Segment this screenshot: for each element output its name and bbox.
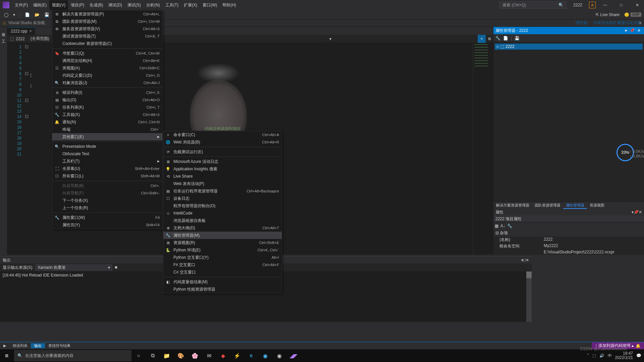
- nav-type[interactable]: ▾: [327, 36, 478, 42]
- menu-item[interactable]: ☷类视图(A)Ctrl+Shift+C: [52, 64, 162, 72]
- panel-dropdown-icon[interactable]: ▾: [624, 28, 628, 33]
- app-icon[interactable]: ⚡: [230, 349, 244, 362]
- property-category[interactable]: ⊟ 杂项: [493, 230, 644, 237]
- menu-item[interactable]: Cookiecutter 资源管理器(C): [52, 40, 162, 47]
- menu-window[interactable]: 窗口(W): [200, 0, 220, 10]
- status-tab-find[interactable]: 查找符号结果: [45, 343, 74, 348]
- chrome-icon[interactable]: ◉: [272, 349, 286, 362]
- menu-item[interactable]: ⊕文档大纲(D)Ctrl+Alt+T: [163, 224, 282, 232]
- close-button[interactable]: ✕: [631, 0, 644, 10]
- panel-pin-icon[interactable]: 📌: [628, 28, 636, 33]
- menu-item[interactable]: 调用层次结构(H)Ctrl+Alt+K: [52, 57, 162, 64]
- visual-studio-icon[interactable]: ◢◤: [286, 349, 301, 362]
- save-icon[interactable]: 💾: [515, 36, 520, 41]
- maximize-button[interactable]: □: [614, 0, 628, 10]
- menu-item[interactable]: C# 交互窗口: [163, 268, 282, 276]
- menu-item[interactable]: ⊘错误列表(I)Ctrl+\, E: [52, 89, 162, 96]
- search-box[interactable]: 搜索 (Ctrl+Q) 🔍: [499, 1, 567, 9]
- menu-item[interactable]: 测试资源管理器(T)Ctrl+E, T: [52, 33, 162, 40]
- panel-close-icon[interactable]: ✕: [639, 210, 642, 215]
- photos-icon[interactable]: 🌸: [188, 349, 202, 362]
- menu-item[interactable]: 程序包管理器控制台(O): [163, 202, 282, 209]
- menu-item[interactable]: ▤任务运行程序资源管理器Ctrl+Alt+Backsapce: [163, 187, 282, 195]
- menu-edit[interactable]: 编辑(E): [31, 0, 49, 10]
- menu-item[interactable]: 🐍Python 环境(E)Ctrl+K, Ctrl+`: [163, 246, 282, 254]
- menu-item[interactable]: Python 交互窗口(Y)Alt+I: [163, 254, 282, 261]
- menu-item[interactable]: 🔧属性管理器(M): [163, 232, 282, 239]
- menu-item[interactable]: ⊞Microsoft Azure 活动日志: [163, 158, 282, 165]
- menu-debug[interactable]: 调试(D): [106, 0, 125, 10]
- menu-file[interactable]: 文件(F): [12, 0, 31, 10]
- edge-icon[interactable]: ◉: [258, 349, 272, 362]
- tab-property-manager[interactable]: 属性管理器: [563, 202, 587, 209]
- minimap[interactable]: [473, 43, 493, 255]
- tab-team-explorer[interactable]: 团队资源管理器: [532, 202, 563, 209]
- wrench-icon[interactable]: 🔧: [495, 36, 500, 41]
- fold-icon[interactable]: −: [25, 45, 28, 48]
- menu-item[interactable]: Web 发布活动(P): [163, 180, 282, 187]
- menu-item[interactable]: ☑任务列表(K)Ctrl+\, T: [52, 104, 162, 111]
- menu-item[interactable]: 终端Ctrl+`: [52, 126, 162, 133]
- properties-selector[interactable]: 2222 项目属性: [493, 216, 644, 222]
- menu-item[interactable]: ⧉团队资源管理器(M)Ctrl+\, Ctrl+M: [52, 18, 162, 25]
- panel-maximize-icon[interactable]: □: [523, 258, 526, 262]
- panel-close-icon[interactable]: ✕: [526, 258, 529, 262]
- todo-icon[interactable]: ◆: [216, 349, 230, 362]
- menu-item[interactable]: ☐设备日志: [163, 195, 282, 202]
- menu-item[interactable]: ◧代码度量值结果(M): [163, 278, 282, 286]
- notification-link-2[interactable]: 不再为当前扩展显示此消息: [593, 20, 641, 26]
- tray-app-icon[interactable]: ⬚: [592, 353, 596, 358]
- property-row[interactable]: E:\VisualStudioProject\2222\2222.vcxpr: [493, 249, 644, 255]
- fold-icon[interactable]: −: [25, 99, 28, 102]
- tree-item[interactable]: ▷ ⬚ 2222: [495, 44, 643, 50]
- mail-icon[interactable]: ✉: [202, 349, 216, 362]
- menu-project[interactable]: 项目(P): [68, 0, 87, 10]
- panel-pin-icon[interactable]: 📌: [634, 210, 639, 215]
- menu-item[interactable]: 属性页(Y)Shift+F4: [52, 221, 162, 229]
- menu-item[interactable]: 其他窗口(E)▶: [52, 133, 162, 140]
- menu-item[interactable]: 💡Application Insights 搜索: [163, 165, 282, 173]
- menu-item[interactable]: 上一个任务(R): [52, 204, 162, 212]
- menu-item[interactable]: ⟲Live Share: [163, 173, 282, 180]
- menu-item[interactable]: Python 性能资源管理器: [163, 286, 282, 293]
- tray-up-icon[interactable]: ˄: [587, 353, 589, 358]
- document-tab[interactable]: 2222.cpp ✕: [7, 27, 35, 35]
- bell-icon[interactable]: 🔔: [636, 344, 641, 348]
- menu-item[interactable]: 代码定义窗口(D)Ctrl+\, D: [52, 72, 162, 79]
- fold-icon[interactable]: −: [25, 115, 28, 118]
- menu-analyze[interactable]: 分析(N): [144, 0, 163, 10]
- menu-item[interactable]: ☐所有窗口(L)Shift+Alt+M: [52, 172, 162, 180]
- menu-item[interactable]: 下一个任务(X): [52, 197, 162, 204]
- property-row[interactable]: 根命名空间My2222: [493, 243, 644, 249]
- nav-scope[interactable]: ⬚ 2222: [7, 36, 28, 42]
- menu-item[interactable]: ▤输出(O)Ctrl+Alt+O: [52, 96, 162, 104]
- menu-test[interactable]: 测试(S): [125, 0, 144, 10]
- add-button[interactable]: ＋: [478, 35, 486, 43]
- notifications-icon[interactable]: 💬: [636, 353, 641, 358]
- menu-help[interactable]: 帮助(H): [220, 0, 239, 10]
- start-button[interactable]: ⊞: [0, 349, 13, 362]
- menu-item[interactable]: 🌐Web 浏览器(B)Ctrl+Alt+R: [163, 138, 282, 146]
- liveshare-icon[interactable]: ⇱: [596, 12, 599, 17]
- menu-item[interactable]: 🔧属性窗口(W)F4: [52, 214, 162, 221]
- menu-item[interactable]: ⛶全屏幕(U)Shift+Alt+Enter: [52, 165, 162, 172]
- notification-close-icon[interactable]: ✕: [639, 21, 642, 25]
- alpha-sort-icon[interactable]: A↓: [500, 224, 505, 228]
- menu-item[interactable]: >命令窗口(C)Ctrl+Alt+A: [163, 131, 282, 138]
- menu-item[interactable]: 🔔通知(N)Ctrl+\, Ctrl+N: [52, 118, 162, 126]
- menu-item[interactable]: ⧉解决方案资源管理器(P)Ctrl+Alt+L: [52, 10, 162, 18]
- status-tab-errors[interactable]: 错误列表: [9, 343, 31, 348]
- open-icon[interactable]: 📂: [33, 12, 41, 18]
- output-source-combo[interactable]: Xamarin 热重装▾: [35, 264, 112, 270]
- minimize-button[interactable]: —: [598, 0, 612, 10]
- ie-icon[interactable]: e: [244, 349, 258, 362]
- status-tab-output[interactable]: 输出: [31, 343, 45, 348]
- feedback-icon[interactable]: 🙂: [624, 12, 629, 17]
- wrench-icon[interactable]: 🔧: [507, 224, 512, 228]
- rail-tab-server[interactable]: 服: [0, 28, 7, 32]
- tab-resource-view[interactable]: 资源视图: [587, 202, 607, 209]
- menu-item[interactable]: ⟳负载测试运行(E): [163, 148, 282, 156]
- clear-icon[interactable]: ✖: [114, 265, 118, 270]
- menu-item[interactable]: ⧉服务器资源管理器(V)Ctrl+Alt+S: [52, 25, 162, 33]
- menu-item[interactable]: 🔧工具箱(X)Ctrl+Alt+X: [52, 111, 162, 118]
